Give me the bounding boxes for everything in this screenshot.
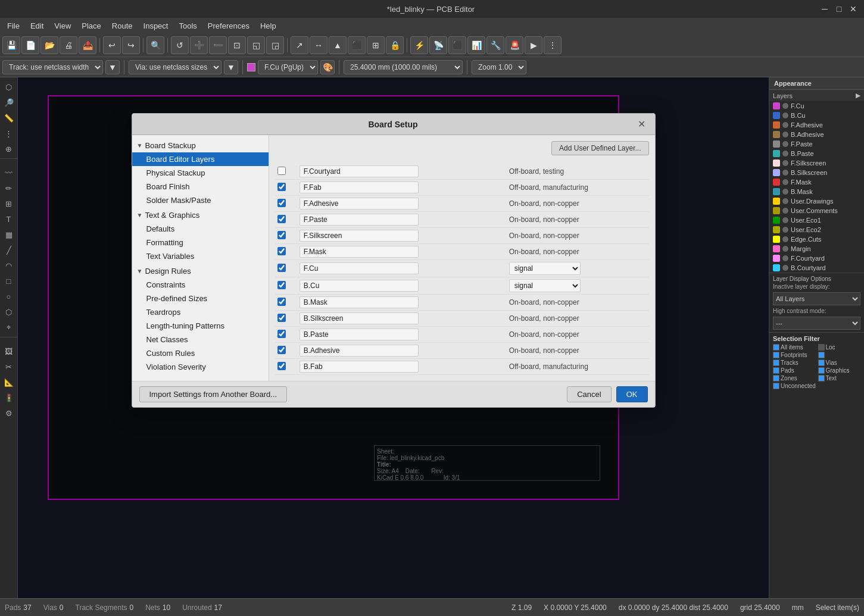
contrast-dropdown[interactable]: --- — [773, 317, 860, 330]
tb-route-tune[interactable]: ▲ — [329, 36, 347, 54]
menu-route[interactable]: Route — [107, 20, 138, 32]
layer-name-fcu[interactable] — [300, 262, 419, 274]
layer-name-fsilkscreen[interactable] — [300, 230, 419, 242]
layer-item-margin[interactable]: Margin — [769, 244, 864, 254]
lt-circle[interactable]: ○ — [2, 289, 16, 304]
nav-item-solder-mask[interactable]: Solder Mask/Paste — [132, 193, 269, 207]
layer-check-ffab[interactable] — [277, 183, 286, 191]
layer-eye-fcourtyard[interactable] — [782, 255, 788, 261]
add-user-defined-layer-button[interactable]: Add User Defined Layer... — [551, 141, 648, 155]
nav-item-defaults[interactable]: Defaults — [132, 222, 269, 236]
nav-item-custom-rules[interactable]: Custom Rules — [132, 346, 269, 360]
layer-name-fpaste[interactable] — [300, 214, 419, 226]
lt-arc[interactable]: ◠ — [2, 258, 16, 273]
nav-item-text-variables[interactable]: Text Variables — [132, 249, 269, 263]
layer-eye-usereco2[interactable] — [782, 227, 788, 233]
sf-check-text[interactable] — [818, 375, 825, 382]
sf-check-unconnected[interactable] — [773, 383, 779, 389]
lt-poly[interactable]: ⬡ — [2, 305, 16, 319]
lt-drc-run[interactable]: 🚦 — [2, 390, 16, 405]
layer-eye-badhesive[interactable] — [782, 132, 788, 137]
layer-color-btn[interactable]: 🎨 — [320, 60, 335, 74]
sf-check-zones[interactable] — [773, 375, 779, 382]
layer-eye-fmask[interactable] — [782, 179, 788, 185]
layer-name-fmask[interactable] — [300, 246, 419, 258]
maximize-button[interactable]: □ — [834, 4, 844, 14]
menu-help[interactable]: Help — [255, 20, 281, 32]
tb-zoom-out[interactable]: ➖ — [209, 36, 227, 54]
nav-section-stackup-header[interactable]: ▼ Board Stackup — [132, 139, 269, 152]
tb-save[interactable]: 💾 — [2, 36, 20, 54]
tb-clearance[interactable]: 📡 — [429, 36, 447, 54]
ok-button[interactable]: OK — [616, 386, 648, 402]
tb-route-diff[interactable]: ↔ — [310, 36, 327, 54]
layer-eye-bcu[interactable] — [782, 112, 788, 118]
layer-type-bcu[interactable]: signal power mixed jumper — [509, 279, 581, 292]
sf-check-graphics[interactable] — [818, 367, 825, 374]
lt-image[interactable]: 🖼 — [2, 344, 16, 358]
nav-item-violation-severity[interactable]: Violation Severity — [132, 360, 269, 374]
sf-check-vias[interactable] — [818, 359, 825, 366]
layer-item-fcu[interactable]: F.Cu — [769, 101, 864, 111]
sf-check-tracks[interactable] — [773, 359, 779, 366]
tb-print[interactable]: 🖨 — [60, 36, 77, 54]
all-layers-dropdown[interactable]: All Layers — [773, 292, 860, 305]
layer-name-bmask[interactable] — [300, 296, 419, 308]
tb-route-via[interactable]: ⬛ — [348, 36, 366, 54]
canvas-area[interactable]: Sheet: File: led_blinky.kicad_pcb Title:… — [18, 77, 769, 598]
lt-inspect[interactable]: 🔎 — [2, 95, 16, 110]
menu-edit[interactable]: Edit — [26, 20, 48, 32]
tb-route-track[interactable]: ↗ — [291, 36, 308, 54]
layer-eye-fadhesive[interactable] — [782, 122, 788, 128]
lt-route[interactable]: 〰 — [2, 165, 16, 180]
nav-item-board-editor-layers[interactable]: Board Editor Layers — [132, 152, 269, 166]
layer-check-fcu[interactable] — [277, 264, 286, 272]
layer-check-fpaste[interactable] — [277, 215, 286, 223]
track-select-btn[interactable]: ▼ — [105, 60, 120, 74]
layer-item-usercomments[interactable]: User.Comments — [769, 206, 864, 215]
layer-eye-margin[interactable] — [782, 246, 788, 252]
lt-draw[interactable]: ✏ — [2, 181, 16, 195]
tb-plot[interactable]: 📤 — [79, 36, 96, 54]
layer-item-badhesive[interactable]: B.Adhesive — [769, 130, 864, 139]
nav-section-text-header[interactable]: ▼ Text & Graphics — [132, 208, 269, 222]
lt-origin[interactable]: ⊕ — [2, 142, 16, 156]
layer-item-bpaste[interactable]: B.Paste — [769, 149, 864, 158]
layer-name-fadhesive[interactable] — [300, 198, 419, 209]
lt-select[interactable]: ⬡ — [2, 80, 16, 94]
lt-delete[interactable]: ✂ — [2, 359, 16, 374]
tb-open[interactable]: 📂 — [40, 36, 58, 54]
tb-undo[interactable]: ↩ — [103, 36, 121, 54]
layer-item-bcourtyard[interactable]: B.Courtyard — [769, 263, 864, 273]
layer-eye-usereco1[interactable] — [782, 217, 788, 223]
sf-check-footprints[interactable] — [773, 352, 779, 358]
layer-item-fpaste[interactable]: F.Paste — [769, 139, 864, 149]
lt-zone[interactable]: ▦ — [2, 227, 16, 242]
layer-item-usereco2[interactable]: User.Eco2 — [769, 225, 864, 234]
layer-check-badhesive[interactable] — [277, 346, 286, 354]
layer-type-fcu[interactable]: signal power mixed jumper — [509, 262, 581, 275]
tb-refresh[interactable]: ↺ — [171, 36, 189, 54]
layer-check-bsilkscreen[interactable] — [277, 314, 286, 322]
nav-item-constraints[interactable]: Constraints — [132, 278, 269, 292]
tb-board-stat[interactable]: ⬛ — [448, 36, 466, 54]
layer-item-bcu[interactable]: B.Cu — [769, 111, 864, 120]
layer-item-userdrawings[interactable]: User.Drawings — [769, 196, 864, 206]
menu-tools[interactable]: Tools — [174, 20, 201, 32]
menu-inspect[interactable]: Inspect — [139, 20, 173, 32]
layer-eye-userdrawings[interactable] — [782, 198, 788, 204]
unit-select[interactable]: 25.4000 mm (1000.00 mils) — [344, 60, 463, 74]
layer-name-bsilkscreen[interactable] — [300, 312, 419, 324]
tb-drc[interactable]: 📊 — [467, 36, 485, 54]
layer-name-fcourtyard[interactable] — [300, 165, 419, 177]
layer-item-fmask[interactable]: F.Mask — [769, 177, 864, 187]
lt-measure[interactable]: 📏 — [2, 111, 16, 125]
layer-name-bcu[interactable] — [300, 280, 419, 292]
tb-zoom-fit[interactable]: ⊡ — [228, 36, 246, 54]
layer-name-ffab[interactable] — [300, 182, 419, 193]
lt-text[interactable]: T — [2, 212, 16, 226]
nav-item-board-finish[interactable]: Board Finish — [132, 180, 269, 193]
layer-name-bpaste[interactable] — [300, 329, 419, 340]
lt-grid[interactable]: ⋮ — [2, 126, 16, 140]
nav-item-predefined-sizes[interactable]: Pre-defined Sizes — [132, 292, 269, 305]
